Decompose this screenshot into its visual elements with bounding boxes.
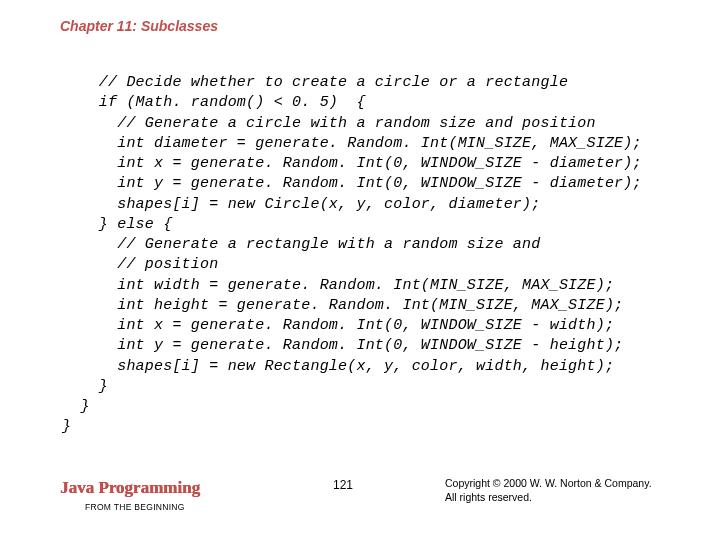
book-title: Java Programming [60,478,200,498]
copyright-line2: All rights reserved. [445,491,532,503]
page-number: 121 [333,478,353,492]
copyright-line1: Copyright © 2000 W. W. Norton & Company. [445,477,652,489]
book-subtitle: FROM THE BEGINNING [85,502,185,512]
footer: Java Programming FROM THE BEGINNING 121 … [0,468,720,518]
chapter-header: Chapter 11: Subclasses [60,18,218,34]
copyright-text: Copyright © 2000 W. W. Norton & Company.… [445,476,652,504]
code-block: // Decide whether to create a circle or … [62,73,642,438]
